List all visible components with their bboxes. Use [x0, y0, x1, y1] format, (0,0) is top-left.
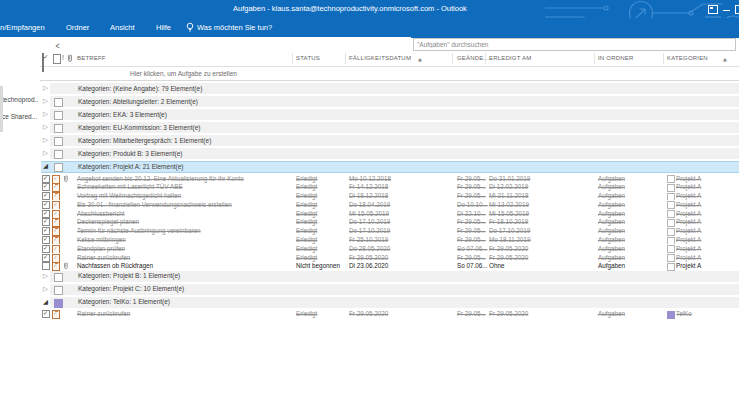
attachment-column-icon[interactable] — [67, 54, 73, 63]
complete-checkbox[interactable]: ✓ — [42, 183, 50, 191]
category-color-swatch — [54, 98, 63, 107]
task-completed-date: Mi 13.02.2019 — [489, 201, 529, 208]
header-kategorien[interactable]: KATEGORIEN — [667, 55, 708, 61]
new-task-row[interactable]: Hier klicken, um Aufgabe zu erstellen — [40, 67, 739, 81]
expand-collapse-icon[interactable]: ▷ — [43, 97, 48, 105]
expand-collapse-icon[interactable]: ▷ — [43, 285, 48, 293]
tab-hilfe[interactable]: Hilfe — [156, 23, 171, 32]
group-row[interactable]: ▷Kategorien: Mitarbeitergespräch: 1 Elem… — [0, 135, 739, 148]
group-label: Kategorien: Abteilungsleiter: 2 Element(… — [78, 98, 198, 105]
complete-checkbox[interactable]: ✓ — [42, 254, 50, 262]
task-modified-date: Fr 29.05... — [457, 227, 486, 234]
task-row[interactable]: ✓Rainer zurückrufenErledigtFr 29.05.2020… — [0, 310, 739, 319]
title-bar: Aufgaben - klaus.santa@technoproductivit… — [0, 0, 739, 18]
task-status: Erledigt — [296, 201, 317, 208]
header-betreff[interactable]: BETREFF — [77, 55, 106, 61]
category-color-swatch — [667, 311, 675, 319]
expand-collapse-icon[interactable]: ▷ — [43, 136, 48, 144]
task-row[interactable]: ✓Rainer zurückrufenErledigtFr 29.05.2020… — [0, 253, 739, 262]
group-row[interactable]: ◢Kategorien: Projekt A: 21 Element(e) — [0, 161, 739, 174]
group-row[interactable]: ▷Kategorien: Projekt C: 10 Element(e) — [0, 284, 739, 297]
complete-checkbox[interactable] — [42, 262, 50, 270]
task-modified-date: Fr 29.05... — [457, 183, 486, 190]
expand-collapse-icon[interactable]: ▷ — [43, 123, 48, 131]
ribbon-display-options-icon[interactable] — [708, 5, 718, 14]
task-status: Erledigt — [296, 192, 317, 199]
group-row[interactable]: ▷Kategorien: Abteilungsleiter: 2 Element… — [0, 96, 739, 109]
expand-collapse-icon[interactable]: ▷ — [43, 272, 48, 280]
checkmark-icon: ✓ — [43, 226, 48, 233]
expand-collapse-icon[interactable]: ▷ — [43, 149, 48, 157]
complete-checkbox[interactable]: ✓ — [42, 236, 50, 244]
expand-collapse-icon[interactable]: ◢ — [43, 298, 48, 306]
tab-ordner[interactable]: Ordner — [66, 23, 89, 32]
group-row[interactable]: ▷Kategorien: (Keine Angabe): 79 Element(… — [0, 83, 739, 96]
task-modified-date: Fr 29.05... — [457, 254, 486, 261]
complete-checkbox[interactable]: ✓ — [42, 175, 50, 183]
complete-checkbox[interactable]: ✓ — [42, 201, 50, 209]
expand-collapse-icon[interactable]: ▷ — [43, 84, 48, 92]
task-status: Erledigt — [296, 218, 317, 225]
group-label: Kategorien: (Keine Angabe): 79 Element(e… — [78, 85, 202, 92]
complete-checkbox[interactable]: ✓ — [42, 245, 50, 253]
header-in-ordner[interactable]: IN ORDNER — [598, 55, 633, 61]
maximize-icon[interactable] — [735, 5, 739, 14]
tab-senden-empfangen[interactable]: n/Empfangen — [0, 23, 45, 32]
task-row[interactable]: ✓Schneeketten mit Laserlicht TÜV ABEErle… — [0, 183, 739, 192]
header-erledigt-am[interactable]: ERLEDIGT AM — [489, 55, 531, 61]
task-row[interactable]: ✓Kekse mitbringenErledigtFr 25.10.2019Fr… — [0, 236, 739, 245]
sort-asc-icon[interactable]: ▲ — [418, 56, 422, 62]
complete-checkbox[interactable]: ✓ — [42, 227, 50, 235]
task-subject: Rainer zurückrufen — [77, 254, 130, 261]
group-row[interactable]: ▷Kategorien: Produkt B: 3 Element(e) — [0, 148, 739, 161]
task-row[interactable]: ✓Standplan prüfenErledigtDo 28.05.2020So… — [0, 244, 739, 253]
task-row[interactable]: ✓Vortrag mit Weihnachtsgedicht haltenErl… — [0, 192, 739, 201]
header-faelligkeitsdatum[interactable]: FÄLLIGKEITSDATUM — [349, 55, 411, 61]
task-folder: Aufgaben — [598, 310, 625, 317]
complete-checkbox[interactable]: ✓ — [42, 192, 50, 200]
task-folder: Aufgaben — [598, 218, 625, 225]
checkmark-icon: ✓ — [43, 217, 48, 224]
task-subject: Vortrag mit Weihnachtsgedicht halten — [77, 192, 181, 199]
group-label: Kategorien: Projekt B: 1 Element(e) — [78, 272, 180, 279]
complete-checkbox[interactable]: ✓ — [42, 218, 50, 226]
task-row[interactable]: Nachfassen ob RückfragenNicht begonnenDi… — [0, 262, 739, 271]
task-row[interactable]: ✓Deckenspiegel planenErledigtDo 17.10.20… — [0, 218, 739, 227]
group-label: Kategorien: EKA: 3 Element(e) — [78, 111, 167, 118]
task-folder: Aufgaben — [598, 201, 625, 208]
group-row[interactable]: ▷Kategorien: Projekt B: 1 Element(e) — [0, 271, 739, 284]
task-subject: Standplan prüfen — [77, 245, 125, 252]
task-row[interactable]: ✓Angebot senden bis 20.12. Eine Aktualis… — [0, 174, 739, 183]
collapse-folder-pane-icon[interactable]: < — [56, 41, 60, 52]
minimize-icon[interactable] — [723, 10, 730, 11]
task-folder: Aufgaben — [598, 175, 625, 182]
complete-checkbox[interactable]: ✓ — [42, 210, 50, 218]
expand-collapse-icon[interactable]: ▷ — [43, 110, 48, 118]
search-input[interactable] — [413, 38, 736, 51]
complete-checkbox[interactable]: ✓ — [42, 310, 50, 318]
task-completed-date: Do 31.01.2019 — [489, 175, 530, 182]
task-completed-date: Mi 15.05.2019 — [489, 210, 529, 217]
group-row[interactable]: ▷Kategorien: EU-Kommission: 3 Element(e) — [0, 122, 739, 135]
item-type-column-icon[interactable] — [53, 54, 61, 64]
task-modified-date: Fr 29.05... — [457, 236, 486, 243]
task-row[interactable]: ✓Bis 30.01.: finanziellen Verwendungsnac… — [0, 200, 739, 209]
tell-me-box[interactable]: Was möchten Sie tun? — [197, 23, 272, 32]
task-completed-date: Mi 21.11.2018 — [489, 192, 528, 199]
expand-collapse-icon[interactable]: ◢ — [43, 162, 48, 170]
task-due-date: Fr 29.05.2020 — [349, 254, 388, 261]
importance-column-icon[interactable]: ! — [62, 54, 64, 61]
task-subject: Abschlussbericht — [77, 210, 125, 217]
header-status[interactable]: STATUS — [296, 55, 320, 61]
group-row[interactable]: ▷Kategorien: EKA: 3 Element(e) — [0, 109, 739, 122]
task-row[interactable]: ✓Termin für nächste Ausbringung vereinba… — [0, 227, 739, 236]
group-row[interactable]: ◢Kategorien: TelKo: 1 Element(e) — [0, 297, 739, 310]
tab-ansicht[interactable]: Ansicht — [110, 23, 135, 32]
task-due-date: Fr 14.12.2018 — [349, 183, 388, 190]
window-title: Aufgaben - klaus.santa@technoproductivit… — [233, 4, 467, 13]
task-list-body: ▷Kategorien: (Keine Angabe): 79 Element(… — [0, 83, 739, 319]
sort-asc-icon[interactable]: ▲ — [723, 56, 727, 62]
task-folder: Aufgaben — [598, 192, 625, 199]
category-color-swatch — [667, 245, 675, 253]
task-row[interactable]: ✓AbschlussberichtErledigtMi 15.05.2019Di… — [0, 209, 739, 218]
